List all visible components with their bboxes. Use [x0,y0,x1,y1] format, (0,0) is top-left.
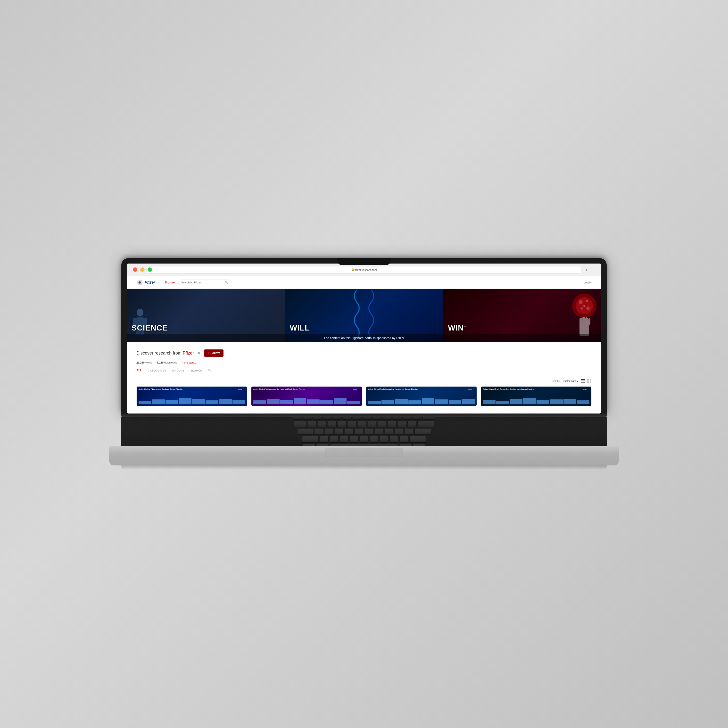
keyboard-area [121,417,607,446]
key[interactable] [368,421,376,427]
key-row-2 [293,421,435,427]
svg-text:Pfizer: Pfizer [583,389,587,390]
chart-bar [449,400,461,404]
search-bar[interactable]: 🔍 [178,280,231,285]
more-stats-link[interactable]: more stats... [182,361,197,364]
tab-search[interactable]: SEARCH [191,369,202,372]
research-card-4[interactable]: Active Clinical Trials Across Our Genito… [481,386,592,406]
svg-rect-22 [580,318,582,325]
key[interactable] [318,421,327,427]
key[interactable] [330,436,338,442]
key[interactable] [313,417,322,419]
key[interactable] [343,417,352,419]
key[interactable] [340,436,349,442]
key[interactable] [293,417,302,419]
key[interactable] [325,428,334,434]
key[interactable] [378,421,386,427]
sort-row: sort by: Posted date ▾ [136,379,592,383]
key-shift-r2[interactable] [409,436,426,442]
key[interactable] [390,436,398,442]
key[interactable] [399,436,408,442]
close-button[interactable] [133,268,138,272]
key[interactable] [363,417,372,419]
login-button[interactable]: Log in [584,281,592,284]
key-space[interactable] [330,444,398,446]
laptop-hinge [121,413,607,417]
extensions-icon[interactable]: ⊡ [595,268,598,272]
key[interactable] [323,417,332,419]
key[interactable] [383,417,392,419]
key-tab[interactable] [294,421,307,427]
key-ctrl-r[interactable] [413,444,426,446]
new-tab-icon[interactable]: + [590,268,592,272]
key[interactable] [395,428,403,434]
card-thumbnail: Active Clinical Trials Across Our Genito… [481,387,591,406]
key[interactable] [413,417,421,419]
views-label: views [145,361,152,364]
share-icon[interactable]: ⬆ [585,268,588,272]
key[interactable] [393,417,401,419]
grid-view-button[interactable] [587,379,592,383]
address-bar[interactable]: 🔒 pfizer.figshare.com [147,266,581,274]
key[interactable] [345,428,353,434]
key-backspace[interactable] [422,417,435,419]
key[interactable] [379,436,388,442]
chart-bars [368,397,475,404]
key[interactable] [355,428,364,434]
key[interactable] [402,417,411,419]
key[interactable] [387,421,396,427]
key[interactable] [335,428,344,434]
card-title-overlay: Active Clinical Trials Across Our Hemato… [368,388,418,390]
key[interactable] [407,421,416,427]
key[interactable] [333,417,342,419]
sort-option: Posted date [563,380,576,382]
key-shift-l[interactable] [302,436,319,442]
search-tab-icon: 🔍 [208,369,212,372]
chart-bar [165,400,178,404]
chart-bar [381,400,394,404]
key[interactable] [348,421,356,427]
key-alt-r[interactable] [399,444,412,446]
key[interactable] [320,436,329,442]
chart-bars [483,397,589,404]
tab-groups[interactable]: GROUPS [172,369,185,372]
key-enter[interactable] [418,421,434,427]
trackpad[interactable] [325,448,403,457]
key[interactable] [338,421,347,427]
key[interactable] [373,417,381,419]
key[interactable] [358,421,366,427]
key[interactable] [385,428,393,434]
key[interactable] [303,417,312,419]
tab-all[interactable]: ALL [136,369,142,375]
key-ctrl[interactable] [302,444,315,446]
key[interactable] [350,436,358,442]
chart-bar [510,399,523,404]
tab-categories[interactable]: CATEGORIES [148,369,167,372]
search-input[interactable] [181,281,223,284]
key[interactable] [398,421,406,427]
key[interactable] [405,428,413,434]
svg-rect-28 [581,382,585,383]
key-alt[interactable] [316,444,329,446]
sort-select[interactable]: Posted date ▾ [563,380,578,382]
key[interactable] [375,428,384,434]
key[interactable] [328,421,336,427]
screen: ‹ › 🔒 pfizer.figshare.com ⬆ + ⊡ [127,263,601,413]
key[interactable] [370,436,378,442]
research-card-3[interactable]: Active Clinical Trials Across Our Hemato… [366,386,477,406]
key[interactable] [353,417,362,419]
follow-button[interactable]: + Follow [204,349,223,357]
list-view-button[interactable] [580,379,585,383]
maximize-button[interactable] [148,268,152,272]
research-card-2[interactable]: Active Clinical Trials Across Our Head a… [251,386,362,406]
key[interactable] [359,436,369,442]
key-caps[interactable] [297,428,314,434]
key-shift-r[interactable] [414,428,431,434]
research-card-1[interactable]: Active Clinical Trials Across Our Lung C… [136,386,247,406]
key[interactable] [308,421,317,427]
key[interactable] [315,428,324,434]
key[interactable] [365,428,373,434]
svg-point-16 [579,300,583,304]
minimize-button[interactable] [140,268,145,272]
browse-nav[interactable]: Browse [165,281,175,284]
